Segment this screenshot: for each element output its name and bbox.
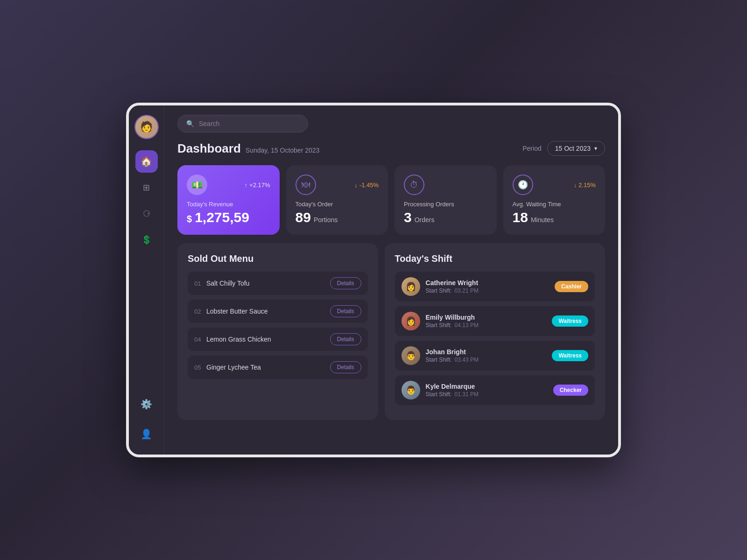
search-icon: 🔍	[186, 120, 194, 127]
menu-item-4: 05 Ginger Lychee Tea Details	[188, 356, 368, 379]
device-frame: 🧑 🏠 ⊞ ⚆ 💲 ⚙️ 👤 🔍 Dashboar	[126, 103, 621, 457]
shift-avatar-catherine: 👩	[402, 277, 420, 296]
processing-value: 3 Orders	[404, 210, 487, 225]
details-btn-2[interactable]: Details	[330, 305, 361, 317]
shift-name-catherine: Catherine Wright	[426, 279, 549, 287]
shift-name-emily: Emily Willburgh	[426, 314, 547, 321]
shift-info-johan: Johan Bright Start Shift: 03.43 PM	[426, 348, 547, 363]
details-btn-3[interactable]: Details	[330, 333, 361, 345]
shift-avatar-emily: 👩	[402, 312, 420, 330]
sidebar-item-revenue[interactable]: 💲	[135, 229, 158, 251]
sidebar-item-settings[interactable]: ⚙️	[135, 393, 158, 415]
title-group: Dashboard Sunday, 15 October 2023	[177, 141, 319, 156]
orders-icon: ⚆	[143, 209, 150, 219]
role-badge-emily: Waitress	[552, 315, 588, 327]
shift-info-emily: Emily Willburgh Start Shift: 04.13 PM	[426, 314, 547, 329]
waiting-stat-icon: 🕐	[513, 175, 533, 195]
profile-icon: 👤	[141, 428, 152, 440]
bottom-row: Sold Out Menu 01 Salt Chilly Tofu Detail…	[177, 243, 605, 420]
stats-row: 💵 +2.17% Today's Revenue $ 1,275,59	[177, 165, 605, 235]
sidebar-item-table[interactable]: ⊞	[135, 176, 158, 199]
shift-time-catherine: Start Shift: 03.21 PM	[426, 287, 549, 294]
search-input[interactable]	[199, 120, 299, 127]
shift-item-kyle: 👨 Kyle Delmarque Start Shift: 01.31 PM C…	[395, 375, 595, 405]
menu-name-3: Lemon Grass Chicken	[206, 336, 330, 343]
table-icon: ⊞	[143, 182, 150, 193]
stat-card-orders: 🍽 -1.45% Today's Order 89 Portions	[286, 165, 388, 235]
menu-num-3: 04	[194, 336, 206, 343]
shift-name-kyle: Kyle Delmarque	[426, 383, 548, 390]
shift-time-kyle: Start Shift: 01.31 PM	[426, 391, 548, 398]
shift-info-catherine: Catherine Wright Start Shift: 03.21 PM	[426, 279, 549, 294]
shift-panel: Today's Shift 👩 Catherine Wright Start S…	[385, 243, 605, 420]
search-bar: 🔍	[177, 115, 308, 133]
menu-name-2: Lobster Butter Sauce	[206, 308, 330, 315]
shift-title: Today's Shift	[395, 253, 595, 264]
shift-time-emily: Start Shift: 04.13 PM	[426, 322, 547, 329]
processing-change: –	[484, 182, 487, 189]
sidebar-item-profile[interactable]: 👤	[135, 423, 158, 445]
sold-out-panel: Sold Out Menu 01 Salt Chilly Tofu Detail…	[177, 243, 378, 420]
stat-card-revenue: 💵 +2.17% Today's Revenue $ 1,275,59	[177, 165, 280, 235]
menu-item-3: 04 Lemon Grass Chicken Details	[188, 328, 368, 351]
sold-out-title: Sold Out Menu	[188, 253, 368, 264]
stat-card-top-orders: 🍽 -1.45%	[296, 175, 379, 195]
orders-change: -1.45%	[354, 182, 379, 189]
details-btn-1[interactable]: Details	[330, 277, 361, 289]
orders-stat-icon: 🍽	[296, 175, 316, 195]
sidebar-item-orders[interactable]: ⚆	[135, 203, 158, 225]
waiting-value: 18 Minutes	[513, 210, 596, 225]
header-row: Dashboard Sunday, 15 October 2023 Period…	[177, 141, 605, 156]
menu-name-4: Ginger Lychee Tea	[206, 364, 330, 371]
sidebar: 🧑 🏠 ⊞ ⚆ 💲 ⚙️ 👤	[129, 105, 164, 455]
shift-item-emily: 👩 Emily Willburgh Start Shift: 04.13 PM …	[395, 306, 595, 336]
waiting-change: 2.15%	[574, 182, 596, 189]
revenue-prefix: $	[187, 214, 192, 224]
page-date: Sunday, 15 October 2023	[246, 147, 320, 154]
shift-avatar-johan: 👨	[402, 346, 420, 365]
role-badge-catherine: Cashier	[555, 281, 588, 292]
menu-name-1: Salt Chilly Tofu	[206, 280, 330, 287]
revenue-value: $ 1,275,59	[187, 210, 270, 225]
stat-card-top: 💵 +2.17%	[187, 175, 270, 195]
avatar-image: 🧑	[135, 116, 158, 138]
main-content: 🔍 Dashboard Sunday, 15 October 2023 Peri…	[164, 105, 618, 455]
shift-info-kyle: Kyle Delmarque Start Shift: 01.31 PM	[426, 383, 548, 398]
user-avatar[interactable]: 🧑	[134, 115, 159, 139]
shift-time-johan: Start Shift: 03.43 PM	[426, 357, 547, 363]
processing-unit: Orders	[415, 216, 435, 224]
role-badge-johan: Waitress	[552, 350, 588, 361]
processing-stat-icon: ⏱	[404, 175, 424, 195]
home-icon: 🏠	[141, 156, 152, 167]
shift-item-johan: 👨 Johan Bright Start Shift: 03.43 PM Wai…	[395, 341, 595, 371]
menu-num-1: 01	[194, 280, 206, 287]
arrow-down-icon	[354, 182, 358, 189]
details-btn-4[interactable]: Details	[330, 361, 361, 373]
arrow-down-icon-2	[574, 182, 577, 189]
period-label: Period	[522, 145, 541, 152]
revenue-label: Today's Revenue	[187, 201, 270, 208]
sidebar-item-home[interactable]: 🏠	[135, 150, 158, 173]
waiting-unit: Minutes	[531, 216, 554, 224]
stat-card-top-waiting: 🕐 2.15%	[513, 175, 596, 195]
chevron-down-icon	[594, 145, 597, 152]
menu-num-4: 05	[194, 364, 206, 371]
stat-card-waiting: 🕐 2.15% Avg. Waiting Time 18 Minutes	[503, 165, 606, 235]
period-selector[interactable]: 15 Oct 2023	[547, 141, 605, 156]
period-value: 15 Oct 2023	[555, 145, 591, 152]
revenue-change: +2.17%	[245, 182, 270, 189]
revenue-stat-icon: 💵	[187, 175, 207, 195]
processing-label: Processing Orders	[404, 201, 487, 208]
menu-item-1: 01 Salt Chilly Tofu Details	[188, 272, 368, 295]
revenue-icon: 💲	[141, 235, 152, 245]
stat-card-processing: ⏱ – Processing Orders 3 Orders	[395, 165, 497, 235]
menu-num-2: 02	[194, 308, 206, 315]
stat-card-top-processing: ⏱ –	[404, 175, 487, 195]
shift-item-catherine: 👩 Catherine Wright Start Shift: 03.21 PM…	[395, 272, 595, 301]
period-group: Period 15 Oct 2023	[522, 141, 605, 156]
settings-icon: ⚙️	[141, 399, 152, 410]
shift-name-johan: Johan Bright	[426, 348, 547, 356]
waiting-label: Avg. Waiting Time	[513, 201, 596, 208]
shift-avatar-kyle: 👨	[402, 381, 420, 399]
shift-list: 👩 Catherine Wright Start Shift: 03.21 PM…	[395, 272, 595, 410]
